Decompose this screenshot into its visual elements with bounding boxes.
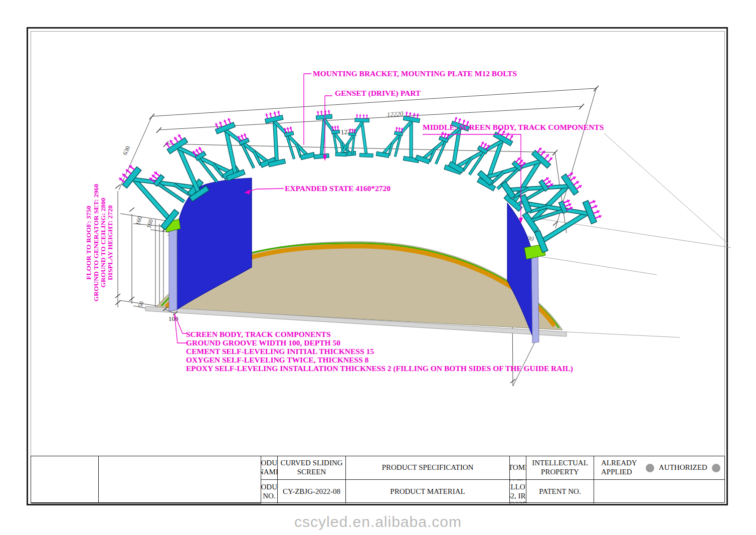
material-value: ALUMINUM ALLOY 5052, IRON Q235 <box>510 480 526 503</box>
note-line-3: CEMENT SELF-LEVELING INITIAL THICKNESS 1… <box>186 347 374 355</box>
label-middle-screen: MIDDLE: SCREEN BODY, TRACK COMPONENTS <box>423 123 604 131</box>
spacer-column-2 <box>99 456 261 503</box>
note-line-4: OXYGEN SELF-LEVELING TWICE, THICKNESS 8 <box>186 355 368 364</box>
ip-status-cell: ALREADY APPLIED AUTHORIZED <box>594 456 724 480</box>
spacer-column-1 <box>31 456 99 503</box>
material-label: PRODUCT MATERIAL <box>346 480 510 503</box>
dim-50: 50 <box>136 300 145 308</box>
dim-160b: 160 <box>145 219 154 229</box>
height-label-3: GROUND TO CEILING: 2800 <box>99 198 107 287</box>
note-line-2: GROUND GROOVE WIDTH 100, DEPTH 50 <box>186 338 340 347</box>
watermark: cscyled.en.alibaba.com <box>0 513 756 530</box>
product-name-value: CURVED SLIDING SCREEN <box>278 456 346 480</box>
ip-applied-dot <box>646 464 654 472</box>
label-expanded-state: EXPANDED STATE 4160*2720 <box>285 184 391 193</box>
patent-label: PATENT NO. <box>526 480 594 503</box>
height-label-1: FLOOR TO ROOF: 3750 <box>85 206 92 280</box>
ip-applied-label: ALREADY APPLIED <box>601 459 641 476</box>
screen-left-edge-column <box>169 225 177 311</box>
patent-value <box>594 480 724 503</box>
ip-authorized-dot <box>712 464 720 472</box>
drawing-sheet: 12220 12220 630 160 160 380 50 100 1300 … <box>0 0 756 535</box>
note-line-1: SCREEN BODY, TRACK COMPONENTS <box>186 330 331 338</box>
spec-label: PRODUCT SPECIFICATION <box>346 456 510 480</box>
ip-authorized-label: AUTHORIZED <box>659 463 707 472</box>
note-line-5: EPOXY SELF-LEVELING INSTALLATION THICKNE… <box>186 364 573 373</box>
dim-630: 630 <box>121 145 131 156</box>
label-genset: GENSET (DRIVE) PART <box>335 89 421 98</box>
product-name-label: PRODUCT NAME <box>261 456 278 480</box>
product-no-label: PRODUCT NO. <box>261 480 278 503</box>
dim-span-top: 12220 <box>387 110 404 118</box>
mounting-bracket <box>258 105 315 167</box>
title-block: PRODUCT NAME CURVED SLIDING SCREEN PRODU… <box>31 456 725 503</box>
ip-label: INTELLECTUAL PROPERTY <box>526 456 594 480</box>
label-mounting-bracket: MOUNTING BRACKET, MOUNTING PLATE M12 BOL… <box>313 69 517 78</box>
spec-value: CUSTOMIZED <box>510 456 526 480</box>
height-label-4: DISPLAY HEIGHT: 2720 <box>106 205 114 280</box>
technical-drawing: 12220 12220 630 160 160 380 50 100 1300 … <box>0 0 756 535</box>
product-no-value: CY-ZBJG-2022-08 <box>278 480 346 503</box>
screen-right-edge-column <box>531 253 539 343</box>
height-label-2: GROUND TO GENERATOR SET: 2960 <box>92 184 100 302</box>
